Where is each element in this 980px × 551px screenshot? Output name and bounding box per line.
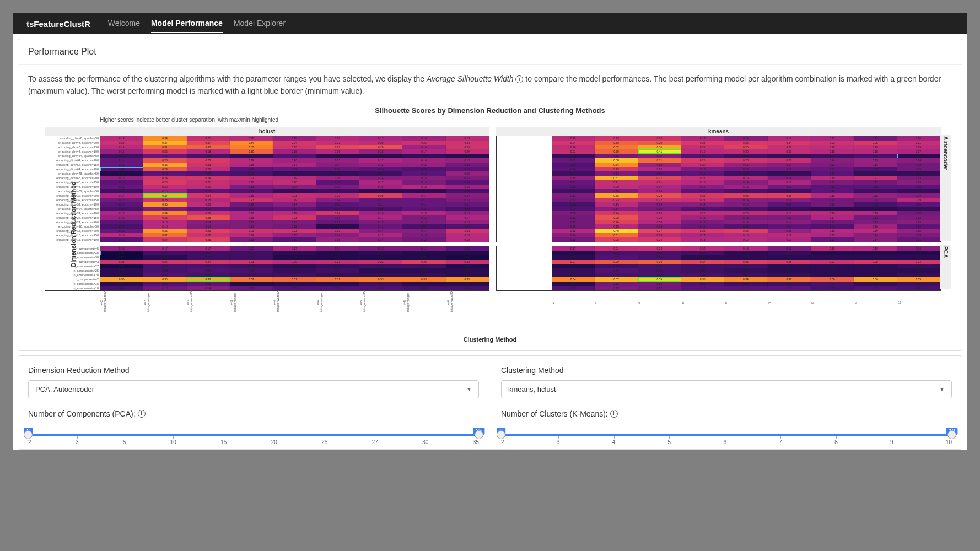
caret-down-icon: ▼ — [466, 386, 472, 392]
x-axis-label: Clustering Method — [28, 336, 952, 343]
chart-title: Silhouette Scores by Dimension Reduction… — [28, 106, 952, 115]
kmeans-clusters-slider[interactable]: 2102345678910 — [501, 426, 952, 439]
clustering-select[interactable]: kmeans, hclust ▼ — [501, 380, 952, 398]
kmeans-clusters-label: Number of Clusters (K-Means): i — [501, 409, 952, 418]
controls-panel: Dimension Reduction Method PCA, Autoenco… — [18, 355, 962, 450]
caret-down-icon: ▼ — [939, 386, 945, 392]
info-icon[interactable]: i — [515, 75, 523, 83]
nav-tab-model-explorer[interactable]: Model Explorer — [234, 14, 286, 33]
performance-panel: Performance Plot To assess the performan… — [18, 39, 962, 351]
info-icon[interactable]: i — [610, 410, 618, 418]
nav-tabs: WelcomeModel PerformanceModel Explorer — [108, 14, 286, 33]
dim-reduction-select[interactable]: PCA, Autoencoder ▼ — [28, 380, 479, 398]
slider-handle-min[interactable] — [497, 430, 505, 439]
slider-handle-min[interactable] — [24, 430, 33, 439]
chart-subtitle: Higher scores indicate better cluster se… — [100, 117, 952, 123]
silhouette-heatmap: Silhouette Scores by Dimension Reduction… — [28, 106, 952, 343]
dim-reduction-label: Dimension Reduction Method — [28, 366, 479, 375]
panel-title: Performance Plot — [18, 39, 962, 65]
nav-tab-welcome[interactable]: Welcome — [108, 14, 140, 33]
clustering-label: Clustering Method — [501, 366, 952, 375]
panel-description: To assess the performance of the cluster… — [28, 73, 952, 98]
info-icon[interactable]: i — [138, 410, 146, 418]
pca-components-slider[interactable]: 23523510152025273035 — [28, 426, 479, 439]
brand: tsFeatureClustR — [26, 19, 90, 29]
nav-tab-model-performance[interactable]: Model Performance — [151, 14, 223, 33]
pca-components-label: Number of Components (PCA): i — [28, 409, 479, 418]
navbar: tsFeatureClustR WelcomeModel Performance… — [13, 13, 967, 34]
